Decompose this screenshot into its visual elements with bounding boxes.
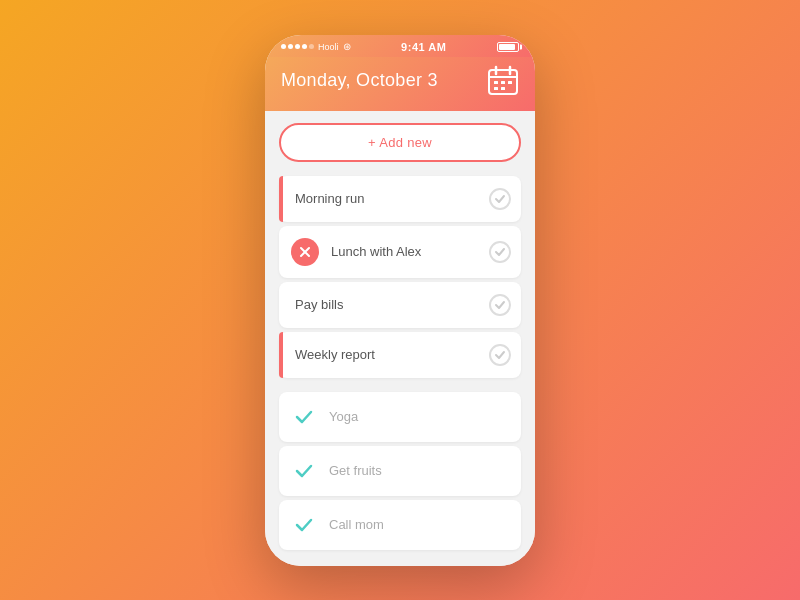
status-time: 9:41 AM [401, 41, 446, 53]
task-item-completed: Call mom [279, 500, 521, 550]
task-check-button[interactable] [489, 344, 511, 366]
completed-check-icon [291, 458, 317, 484]
svg-rect-6 [508, 81, 512, 84]
svg-rect-7 [494, 87, 498, 90]
svg-rect-4 [494, 81, 498, 84]
header: Monday, October 3 [265, 57, 535, 111]
completed-check-icon [291, 404, 317, 430]
page-title: Monday, October 3 [281, 70, 438, 91]
add-new-button[interactable]: + Add new [279, 123, 521, 162]
content-area: + Add new Morning run [265, 111, 535, 566]
task-text: Get fruits [329, 463, 511, 478]
task-text: Pay bills [295, 297, 483, 312]
task-check-button[interactable] [489, 294, 511, 316]
calendar-icon[interactable] [487, 65, 519, 97]
carrier-label: Hooli [318, 42, 339, 52]
task-text: Lunch with Alex [331, 244, 483, 259]
task-check-button[interactable] [489, 241, 511, 263]
incomplete-task-list: Morning run Lunch with Alex [279, 176, 521, 382]
task-item: Morning run [279, 176, 521, 222]
phone-frame: Hooli ⊛ 9:41 AM Monday, October 3 [265, 35, 535, 566]
completed-check-icon [291, 512, 317, 538]
task-text: Weekly report [295, 347, 483, 362]
task-text: Yoga [329, 409, 511, 424]
delete-button[interactable] [291, 238, 319, 266]
task-text: Call mom [329, 517, 511, 532]
task-item-completed: Yoga [279, 392, 521, 442]
wifi-icon: ⊛ [343, 41, 351, 52]
task-item: Lunch with Alex [279, 226, 521, 278]
status-bar: Hooli ⊛ 9:41 AM [265, 35, 535, 57]
task-item: Weekly report [279, 332, 521, 378]
task-item-completed: Get fruits [279, 446, 521, 496]
svg-rect-8 [501, 87, 505, 90]
task-check-button[interactable] [489, 188, 511, 210]
battery-icon [497, 42, 519, 52]
signal-dots [281, 44, 314, 49]
svg-rect-5 [501, 81, 505, 84]
task-item: Pay bills [279, 282, 521, 328]
task-text: Morning run [295, 191, 483, 206]
completed-task-list: Yoga Get fruits Call mom [279, 392, 521, 554]
status-left: Hooli ⊛ [281, 41, 351, 52]
